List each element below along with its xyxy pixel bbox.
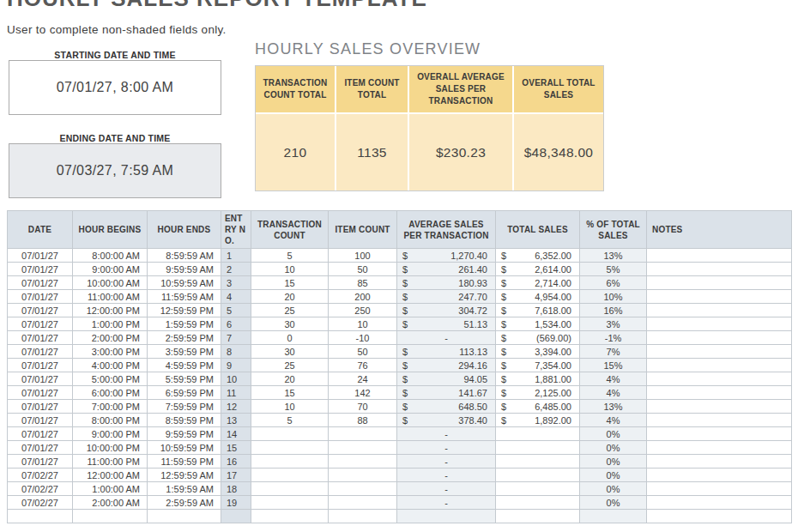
cell-begins[interactable]: 10:00:00 AM bbox=[73, 276, 148, 290]
cell-date[interactable]: 07/01/27 bbox=[8, 455, 73, 469]
cell-date[interactable]: 07/01/27 bbox=[8, 372, 73, 386]
cell-transactions[interactable]: 5 bbox=[251, 249, 329, 263]
cell-ends[interactable]: 2:59:59 AM bbox=[148, 496, 221, 510]
cell-date[interactable]: 07/01/27 bbox=[8, 386, 73, 400]
cell-total[interactable] bbox=[496, 482, 580, 496]
cell-items[interactable]: 76 bbox=[329, 359, 397, 372]
cell-date[interactable]: 07/01/27 bbox=[8, 263, 73, 276]
cell-date[interactable]: 07/01/27 bbox=[8, 441, 73, 455]
cell-date[interactable]: 07/01/27 bbox=[8, 276, 73, 290]
cell-items[interactable]: 50 bbox=[329, 345, 397, 359]
cell-begins[interactable]: 10:00:00 PM bbox=[73, 441, 148, 455]
cell-notes[interactable] bbox=[647, 317, 792, 331]
cell-items[interactable] bbox=[329, 455, 397, 469]
cell-begins[interactable]: 2:00:00 PM bbox=[73, 331, 148, 345]
cell-begins[interactable]: 8:00:00 PM bbox=[73, 414, 148, 427]
cell-transactions[interactable]: 5 bbox=[251, 414, 329, 427]
cell-begins[interactable]: 11:00:00 PM bbox=[73, 455, 148, 469]
cell-transactions[interactable]: 10 bbox=[251, 400, 329, 414]
cell-items[interactable]: 250 bbox=[329, 304, 397, 317]
cell-items[interactable]: 100 bbox=[329, 249, 397, 263]
cell-total[interactable]: $2,125.00 bbox=[496, 386, 580, 400]
cell-items[interactable] bbox=[329, 510, 397, 523]
cell-ends[interactable]: 8:59:59 AM bbox=[148, 249, 221, 263]
cell-transactions[interactable]: 15 bbox=[251, 386, 329, 400]
cell-begins[interactable]: 11:00:00 AM bbox=[73, 290, 148, 304]
cell-ends[interactable]: 11:59:59 AM bbox=[148, 290, 221, 304]
cell-ends[interactable]: 4:59:59 PM bbox=[148, 359, 221, 372]
cell-total[interactable] bbox=[496, 427, 580, 441]
cell-total[interactable] bbox=[496, 510, 580, 523]
cell-date[interactable]: 07/01/27 bbox=[8, 317, 73, 331]
cell-transactions[interactable] bbox=[251, 441, 329, 455]
cell-begins[interactable]: 7:00:00 PM bbox=[73, 400, 148, 414]
cell-ends[interactable]: 9:59:59 PM bbox=[148, 427, 221, 441]
cell-notes[interactable] bbox=[647, 386, 792, 400]
cell-ends[interactable]: 3:59:59 PM bbox=[148, 345, 221, 359]
cell-transactions[interactable]: 10 bbox=[251, 263, 329, 276]
cell-notes[interactable] bbox=[647, 469, 792, 482]
cell-date[interactable]: 07/01/27 bbox=[8, 400, 73, 414]
cell-total[interactable]: $1,881.00 bbox=[496, 372, 580, 386]
cell-transactions[interactable]: 20 bbox=[251, 372, 329, 386]
cell-transactions[interactable] bbox=[251, 455, 329, 469]
cell-transactions[interactable]: 25 bbox=[251, 304, 329, 317]
cell-transactions[interactable] bbox=[251, 510, 329, 523]
cell-begins[interactable]: 8:00:00 AM bbox=[73, 249, 148, 263]
cell-items[interactable]: 85 bbox=[329, 276, 397, 290]
cell-total[interactable]: $(569.00) bbox=[496, 331, 580, 345]
cell-ends[interactable]: 8:59:59 PM bbox=[148, 414, 221, 427]
cell-ends[interactable]: 11:59:59 PM bbox=[148, 455, 221, 469]
cell-total[interactable]: $2,714.00 bbox=[496, 276, 580, 290]
cell-ends[interactable]: 9:59:59 AM bbox=[148, 263, 221, 276]
cell-ends[interactable]: 10:59:59 PM bbox=[148, 441, 221, 455]
cell-notes[interactable] bbox=[647, 455, 792, 469]
cell-total[interactable]: $7,618.00 bbox=[496, 304, 580, 317]
cell-ends[interactable]: 1:59:59 PM bbox=[148, 317, 221, 331]
starting-date-field[interactable]: 07/01/27, 8:00 AM bbox=[9, 60, 221, 115]
cell-transactions[interactable]: 15 bbox=[251, 276, 329, 290]
cell-transactions[interactable] bbox=[251, 496, 329, 510]
cell-begins[interactable]: 3:00:00 PM bbox=[73, 345, 148, 359]
cell-notes[interactable] bbox=[647, 482, 792, 496]
cell-date[interactable]: 07/02/27 bbox=[8, 469, 73, 482]
cell-items[interactable] bbox=[329, 469, 397, 482]
cell-items[interactable]: 88 bbox=[329, 414, 397, 427]
cell-begins[interactable]: 12:00:00 AM bbox=[73, 469, 148, 482]
cell-transactions[interactable] bbox=[251, 469, 329, 482]
cell-date[interactable]: 07/01/27 bbox=[8, 331, 73, 345]
cell-notes[interactable] bbox=[647, 276, 792, 290]
cell-date[interactable]: 07/01/27 bbox=[8, 345, 73, 359]
cell-ends[interactable]: 12:59:59 PM bbox=[148, 304, 221, 317]
cell-begins[interactable]: 1:00:00 AM bbox=[73, 482, 148, 496]
cell-transactions[interactable]: 25 bbox=[251, 359, 329, 372]
cell-begins[interactable]: 4:00:00 PM bbox=[73, 359, 148, 372]
cell-total[interactable]: $6,485.00 bbox=[496, 400, 580, 414]
cell-notes[interactable] bbox=[647, 414, 792, 427]
cell-items[interactable]: 200 bbox=[329, 290, 397, 304]
cell-date[interactable]: 07/02/27 bbox=[8, 496, 73, 510]
cell-notes[interactable] bbox=[647, 496, 792, 510]
cell-notes[interactable] bbox=[647, 331, 792, 345]
cell-date[interactable]: 07/01/27 bbox=[8, 304, 73, 317]
cell-begins[interactable]: 2:00:00 AM bbox=[73, 496, 148, 510]
cell-notes[interactable] bbox=[647, 359, 792, 372]
cell-date[interactable]: 07/01/27 bbox=[8, 414, 73, 427]
cell-ends[interactable]: 7:59:59 PM bbox=[148, 400, 221, 414]
cell-notes[interactable] bbox=[647, 263, 792, 276]
cell-ends[interactable] bbox=[148, 510, 221, 523]
cell-items[interactable]: -10 bbox=[329, 331, 397, 345]
cell-ends[interactable]: 2:59:59 PM bbox=[148, 331, 221, 345]
cell-items[interactable] bbox=[329, 496, 397, 510]
cell-items[interactable]: 10 bbox=[329, 317, 397, 331]
cell-notes[interactable] bbox=[647, 290, 792, 304]
cell-transactions[interactable]: 30 bbox=[251, 317, 329, 331]
cell-notes[interactable] bbox=[647, 441, 792, 455]
cell-total[interactable]: $6,352.00 bbox=[496, 249, 580, 263]
cell-total[interactable] bbox=[496, 469, 580, 482]
cell-notes[interactable] bbox=[647, 400, 792, 414]
cell-total[interactable]: $4,954.00 bbox=[496, 290, 580, 304]
cell-ends[interactable]: 5:59:59 PM bbox=[148, 372, 221, 386]
cell-total[interactable]: $3,394.00 bbox=[496, 345, 580, 359]
cell-transactions[interactable] bbox=[251, 427, 329, 441]
